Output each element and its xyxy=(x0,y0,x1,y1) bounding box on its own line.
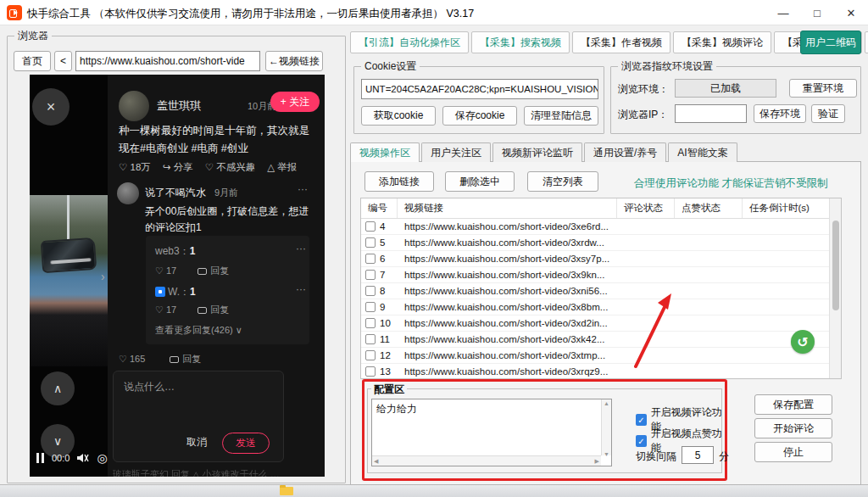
heart-icon: ♡ xyxy=(119,162,127,172)
clear-list-button[interactable]: 清空列表 xyxy=(527,171,598,192)
table-row[interactable]: 7 https://www.kuaishou.com/short-video/3… xyxy=(361,267,841,283)
comment-reply-button[interactable]: 回复 xyxy=(170,354,201,364)
comment-input-box[interactable]: 说点什么… 取消 发送 xyxy=(113,371,284,462)
table-row[interactable]: 9 https://www.kuaishou.com/short-video/3… xyxy=(361,299,841,316)
folder-icon[interactable] xyxy=(280,487,293,495)
clear-login-button[interactable]: 清理登陆信息 xyxy=(524,106,598,126)
table-row[interactable]: 11 https://www.kuaishou.com/short-video/… xyxy=(361,332,841,348)
refresh-button[interactable]: ↺ xyxy=(791,330,815,354)
settings-gear-icon[interactable]: ◎ xyxy=(97,451,107,465)
post-share-button[interactable]: ↪ 分享 xyxy=(163,161,193,174)
table-row[interactable]: 12 https://www.kuaishou.com/short-video/… xyxy=(361,348,841,364)
table-scrollbar[interactable] xyxy=(829,198,841,378)
home-button[interactable]: 首页 xyxy=(14,51,51,71)
save-cookie-button[interactable]: 保存cookie xyxy=(442,106,517,126)
row-checkbox[interactable] xyxy=(365,366,376,377)
add-link-button[interactable]: 添加链接 xyxy=(364,171,434,192)
report-button[interactable]: △ 举报 xyxy=(267,161,297,174)
row-checkbox[interactable] xyxy=(365,237,376,248)
row-checkbox[interactable] xyxy=(365,350,376,360)
save-config-button[interactable]: 保存配置 xyxy=(754,394,832,415)
post-author-name[interactable]: 盖世琪琪 xyxy=(157,98,201,114)
tab-author-video[interactable]: 【采集】作者视频 xyxy=(572,31,670,53)
tab-video-comments[interactable]: 【采集】视频评论 xyxy=(673,31,771,53)
table-row[interactable]: 4 https://www.kuaishou.com/short-video/3… xyxy=(361,219,841,235)
mute-icon[interactable] xyxy=(77,453,89,463)
tab-automation[interactable]: 【引流】自动化操作区 xyxy=(350,31,469,53)
prev-video-button[interactable]: ∧ xyxy=(41,371,75,405)
tab-video-ops[interactable]: 视频操作区 xyxy=(350,142,420,162)
interval-input[interactable]: 5 xyxy=(682,446,714,464)
textarea-vscrollbar[interactable]: ▲▼ xyxy=(601,399,611,455)
reply-1-author[interactable]: web3 xyxy=(155,245,180,257)
row-checkbox[interactable] xyxy=(365,334,376,344)
row-checkbox[interactable] xyxy=(365,286,376,296)
view-more-replies[interactable]: 查看更多回复(426) ∨ xyxy=(155,324,242,337)
reply-2-author[interactable]: W. xyxy=(168,286,180,298)
textarea-hscrollbar[interactable]: ◀▶ xyxy=(372,455,601,466)
send-comment-button[interactable]: 发送 xyxy=(222,433,270,454)
pause-icon[interactable] xyxy=(36,453,44,463)
tab-general-settings[interactable]: 通用设置/养号 xyxy=(584,142,666,162)
comment-actions: ♡ 165 回复 xyxy=(119,353,201,366)
tab-new-comment-monitor[interactable]: 视频新评论监听 xyxy=(492,142,582,162)
post-author-avatar[interactable] xyxy=(119,91,149,121)
reset-env-button[interactable]: 重置环境 xyxy=(789,79,857,98)
reply-1-more-icon[interactable]: ··· xyxy=(296,243,306,254)
maximize-button[interactable]: □ xyxy=(800,0,834,25)
work-tab-bar: 视频操作区 用户关注区 视频新评论监听 通用设置/养号 AI智能文案 xyxy=(350,142,739,162)
reply-2: W.：1 xyxy=(155,285,196,299)
start-comment-button[interactable]: 开始评论 xyxy=(754,418,832,438)
stop-button[interactable]: 停止 xyxy=(754,442,832,462)
comment-content-textarea[interactable]: 给力给力 ▲▼ ◀▶ xyxy=(371,399,612,466)
follow-button[interactable]: + 关注 xyxy=(270,92,320,112)
app-window: 快手综合工具 （本软件仅供学习交流使用，请勿用于非法用途，一切后果由使用者承担）… xyxy=(0,0,868,485)
table-row[interactable]: 5 https://www.kuaishou.com/short-video/3… xyxy=(361,235,841,251)
video-link-button[interactable]: ←视频链接 xyxy=(265,51,323,71)
table-row[interactable]: 10 https://www.kuaishou.com/short-video/… xyxy=(361,316,841,332)
col-countdown: 任务倒计时(s) xyxy=(743,198,830,218)
tab-ai-copywriting[interactable]: AI智能文案 xyxy=(668,142,737,162)
table-row[interactable]: 13 https://www.kuaishou.com/short-video/… xyxy=(361,364,841,380)
close-video-button[interactable]: × xyxy=(32,88,70,126)
row-checkbox[interactable] xyxy=(365,221,376,232)
comment-like[interactable]: ♡ 165 xyxy=(119,354,145,364)
commenter-name[interactable]: 说了不喝汽水 xyxy=(145,186,206,200)
comment-more-icon[interactable]: ··· xyxy=(298,183,308,195)
row-checkbox[interactable] xyxy=(365,270,376,280)
reply-2-more-icon[interactable]: ··· xyxy=(296,283,306,295)
table-row[interactable]: 6 https://www.kuaishou.com/short-video/3… xyxy=(361,251,841,267)
get-cookie-button[interactable]: 获取cookie xyxy=(361,106,436,126)
row-checkbox[interactable] xyxy=(365,302,376,312)
reply-1-reply-button[interactable]: 回复 xyxy=(198,265,229,276)
save-env-button[interactable]: 保存环境 xyxy=(754,104,806,123)
row-checkbox[interactable] xyxy=(365,254,376,264)
close-button[interactable]: ✕ xyxy=(834,0,868,25)
top-tab-bar: 【引流】自动化操作区 【采集】搜索视频 【采集】作者视频 【采集】视频评论 【采… xyxy=(350,31,868,53)
video-thumbnail[interactable] xyxy=(30,195,108,366)
cancel-comment-button[interactable]: 取消 xyxy=(186,435,207,450)
post-like-button[interactable]: ♡ 18万 xyxy=(119,161,151,174)
expand-chevron-icon[interactable]: › xyxy=(101,270,105,283)
reply-1-like[interactable]: ♡ 17 xyxy=(155,265,176,276)
minimize-button[interactable]: — xyxy=(766,0,800,25)
row-url: https://www.kuaishou.com/short-video/3x8… xyxy=(398,302,617,312)
scrollbar-thumb[interactable] xyxy=(832,221,839,310)
table-row[interactable]: 8 https://www.kuaishou.com/short-video/3… xyxy=(361,283,841,299)
reply-2-like[interactable]: ♡ 17 xyxy=(155,304,176,315)
commenter-avatar[interactable] xyxy=(117,182,139,204)
row-checkbox[interactable] xyxy=(365,318,376,328)
back-button[interactable]: < xyxy=(54,51,72,71)
verify-button[interactable]: 验证 xyxy=(811,104,845,123)
tab-update[interactable]: 更新 xyxy=(865,31,868,53)
not-interested-button[interactable]: ♡ 不感兴趣 xyxy=(205,161,256,174)
delete-selected-button[interactable]: 删除选中 xyxy=(445,171,515,192)
tab-user-follow[interactable]: 用户关注区 xyxy=(421,142,491,162)
url-input[interactable]: https://www.kuaishou.com/short-vide xyxy=(75,51,260,71)
reply-2-reply-button[interactable]: 回复 xyxy=(198,304,229,315)
browser-ip-input[interactable] xyxy=(675,104,747,123)
tab-search-video[interactable]: 【采集】搜索视频 xyxy=(471,31,570,53)
cookie-input[interactable]: UNT=204C5A2AF20AC28C;kpn=KUAISHOU_VISION… xyxy=(361,79,598,99)
user-qrcode-button[interactable]: 用户二维码 xyxy=(800,31,861,54)
table-body: 4 https://www.kuaishou.com/short-video/3… xyxy=(361,219,841,380)
